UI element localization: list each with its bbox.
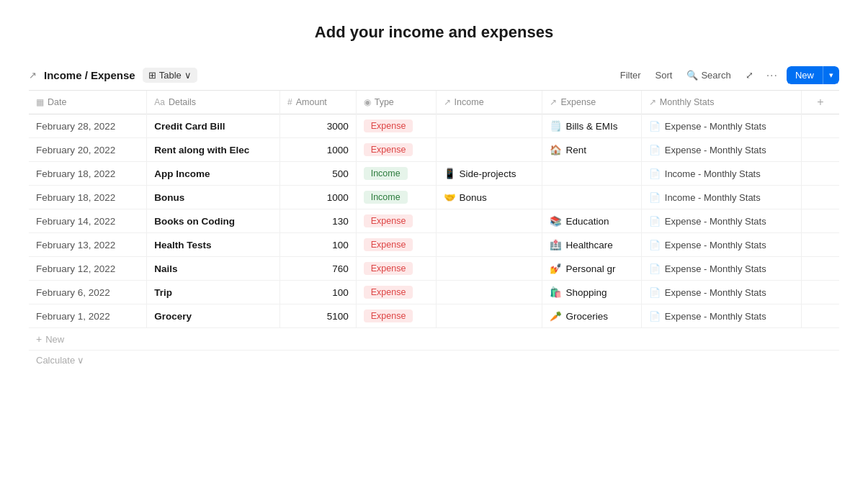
expense-value: Bills & EMIs xyxy=(565,121,617,132)
table-icon: ⊞ xyxy=(148,70,156,81)
cell-monthly-stats: 📄Income - Monthly Stats xyxy=(641,186,801,209)
page-icon: 📄 xyxy=(649,263,661,274)
db-arrow-icon: ↗ xyxy=(29,70,37,81)
cell-expense-relation: 🏠Rent xyxy=(542,138,641,162)
cell-type: Expense xyxy=(356,281,436,304)
calculate-button[interactable]: Calculate ∨ xyxy=(29,350,839,370)
cell-type: Income xyxy=(356,162,436,186)
col-header-type[interactable]: ◉ Type xyxy=(356,91,436,114)
new-dropdown-button[interactable]: ▾ xyxy=(823,66,839,84)
cell-amount: 1000 xyxy=(280,138,357,162)
filter-button[interactable]: Filter xyxy=(616,67,645,83)
table-row[interactable]: February 13, 2022Health Tests100Expense🏥… xyxy=(29,233,839,257)
cell-income-relation: 🤝Bonus xyxy=(436,186,542,209)
view-selector[interactable]: ⊞ Table ∨ xyxy=(143,68,197,83)
expense-col-icon: ↗ xyxy=(550,97,557,107)
cell-type: Expense xyxy=(356,209,436,233)
col-type-label: Type xyxy=(375,97,394,107)
type-badge: Income xyxy=(364,167,408,180)
col-details-label: Details xyxy=(169,97,196,107)
toolbar: ↗ Income / Expense ⊞ Table ∨ Filter Sort… xyxy=(29,59,839,91)
cell-income-relation xyxy=(436,233,542,257)
add-row-label: New xyxy=(45,334,64,345)
income-value: Bonus xyxy=(460,192,487,203)
type-badge: Expense xyxy=(364,214,413,227)
income-emoji: 📱 xyxy=(444,168,456,179)
col-header-monthly[interactable]: ↗ Monthly Stats xyxy=(641,91,801,114)
page-title: Add your income and expenses xyxy=(0,23,868,42)
monthly-stats-value: Expense - Monthly Stats xyxy=(665,311,766,322)
type-badge: Expense xyxy=(364,262,413,275)
expand-button[interactable]: ⤢ xyxy=(741,67,758,83)
search-label: Search xyxy=(701,70,730,81)
col-header-add[interactable]: + xyxy=(801,91,839,114)
date-col-icon: ▦ xyxy=(36,97,44,107)
table-row[interactable]: February 18, 2022App Income500Income📱Sid… xyxy=(29,162,839,186)
cell-type: Expense xyxy=(356,257,436,281)
cell-add xyxy=(801,233,839,257)
calculate-caret-icon: ∨ xyxy=(77,355,84,366)
table-row[interactable]: February 18, 2022Bonus1000Income🤝Bonus📄I… xyxy=(29,186,839,209)
table-row[interactable]: February 12, 2022Nails760Expense💅Persona… xyxy=(29,257,839,281)
monthly-stats-value: Income - Monthly Stats xyxy=(665,192,761,203)
col-header-details[interactable]: Aa Details xyxy=(147,91,280,114)
cell-amount: 1000 xyxy=(280,186,357,209)
col-header-income[interactable]: ↗ Income xyxy=(436,91,542,114)
type-badge: Expense xyxy=(364,238,413,251)
cell-expense-relation: 📚Education xyxy=(542,209,641,233)
table-row[interactable]: February 28, 2022Credit Card Bill3000Exp… xyxy=(29,114,839,138)
cell-add xyxy=(801,257,839,281)
col-header-expense[interactable]: ↗ Expense xyxy=(542,91,641,114)
page-icon: 📄 xyxy=(649,192,661,203)
expense-emoji: 🏠 xyxy=(550,144,562,155)
monthly-stats-value: Expense - Monthly Stats xyxy=(665,121,766,132)
table-row[interactable]: February 6, 2022Trip100Expense🛍️Shopping… xyxy=(29,281,839,304)
col-header-date[interactable]: ▦ Date xyxy=(29,91,147,114)
col-header-amount[interactable]: # Amount xyxy=(280,91,357,114)
more-options-button[interactable]: ··· xyxy=(764,68,781,83)
cell-monthly-stats: 📄Income - Monthly Stats xyxy=(641,162,801,186)
income-col-icon: ↗ xyxy=(444,97,451,107)
cell-date: February 13, 2022 xyxy=(29,233,147,257)
col-income-label: Income xyxy=(455,97,484,107)
new-main-button[interactable]: New xyxy=(787,66,823,84)
cell-expense-relation: 🥕Groceries xyxy=(542,304,641,328)
table-row[interactable]: February 14, 2022Books on Coding130Expen… xyxy=(29,209,839,233)
add-row-button[interactable]: + New xyxy=(29,328,839,350)
chevron-down-icon: ∨ xyxy=(184,70,192,81)
cell-monthly-stats: 📄Expense - Monthly Stats xyxy=(641,233,801,257)
cell-add xyxy=(801,186,839,209)
cell-details: Credit Card Bill xyxy=(147,114,280,138)
cell-details: Books on Coding xyxy=(147,209,280,233)
type-col-icon: ◉ xyxy=(364,97,371,107)
search-button[interactable]: 🔍 Search xyxy=(682,67,735,83)
cell-details: Rent along with Elec xyxy=(147,138,280,162)
table-row[interactable]: February 20, 2022Rent along with Elec100… xyxy=(29,138,839,162)
cell-details: Bonus xyxy=(147,186,280,209)
cell-income-relation xyxy=(436,114,542,138)
data-table: ▦ Date Aa Details # Amount xyxy=(29,91,839,328)
cell-date: February 18, 2022 xyxy=(29,186,147,209)
col-date-label: Date xyxy=(48,97,66,107)
expense-emoji: 🗒️ xyxy=(550,120,562,132)
cell-date: February 1, 2022 xyxy=(29,304,147,328)
cell-expense-relation: 🏥Healthcare xyxy=(542,233,641,257)
page-icon: 📄 xyxy=(649,311,661,322)
cell-date: February 20, 2022 xyxy=(29,138,147,162)
type-badge: Expense xyxy=(364,309,413,322)
table-row[interactable]: February 1, 2022Grocery5100Expense🥕Groce… xyxy=(29,304,839,328)
cell-amount: 3000 xyxy=(280,114,357,138)
table-header-row: ▦ Date Aa Details # Amount xyxy=(29,91,839,114)
cell-expense-relation xyxy=(542,186,641,209)
filter-label: Filter xyxy=(620,70,641,81)
col-monthly-label: Monthly Stats xyxy=(660,97,715,107)
cell-expense-relation: 🛍️Shopping xyxy=(542,281,641,304)
type-badge: Expense xyxy=(364,143,413,156)
expense-emoji: 💅 xyxy=(550,263,562,274)
cell-amount: 130 xyxy=(280,209,357,233)
cell-date: February 12, 2022 xyxy=(29,257,147,281)
sort-button[interactable]: Sort xyxy=(651,67,677,83)
cell-amount: 100 xyxy=(280,233,357,257)
cell-date: February 6, 2022 xyxy=(29,281,147,304)
cell-add xyxy=(801,138,839,162)
